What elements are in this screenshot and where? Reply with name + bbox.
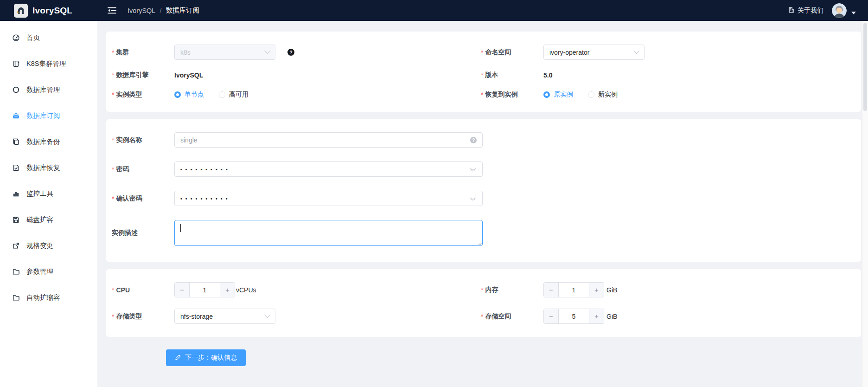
version-field: *版本 5.0 bbox=[481, 71, 850, 79]
sidebar-item-db-manage[interactable]: 数据库管理 bbox=[0, 77, 97, 103]
sidebar-item-home[interactable]: 首页 bbox=[0, 25, 97, 51]
password-input[interactable] bbox=[180, 167, 466, 172]
sidebar-item-db-backup[interactable]: 数据库备份 bbox=[0, 129, 97, 155]
user-menu-caret-icon[interactable] bbox=[851, 12, 856, 14]
radio-high-availability[interactable]: 高可用 bbox=[219, 90, 249, 99]
description-textarea[interactable] bbox=[174, 220, 483, 246]
instance-name-field: *实例名称 ? bbox=[112, 132, 850, 148]
storage-size-field: *存储空间 − 5 + GiB bbox=[481, 309, 850, 324]
breadcrumb-current: 数据库订阅 bbox=[166, 6, 199, 15]
breadcrumb-separator: / bbox=[160, 7, 161, 14]
copy-icon bbox=[12, 137, 20, 146]
resource-card: *CPU − 1 + vCPUs *内存 bbox=[106, 269, 861, 337]
plus-button[interactable]: + bbox=[220, 283, 235, 297]
scrollbar-thumb[interactable] bbox=[863, 23, 867, 111]
sidebar-item-disk-expand[interactable]: 磁盘扩容 bbox=[0, 206, 97, 232]
sidebar-item-monitor-tools[interactable]: 监控工具 bbox=[0, 181, 97, 206]
namespace-field: *命名空间 ivory-operator bbox=[481, 45, 850, 60]
cpu-value[interactable]: 1 bbox=[189, 283, 220, 297]
top-header: IvorySQL IvorySQL / 数据库订阅 bbox=[0, 0, 868, 21]
radio-new-instance[interactable]: 新实例 bbox=[588, 90, 618, 99]
disk-icon bbox=[12, 215, 20, 224]
cpu-label: CPU bbox=[116, 286, 130, 294]
sidebar-item-label: 磁盘扩容 bbox=[26, 215, 53, 224]
sidebar-fold-icon[interactable] bbox=[108, 7, 116, 14]
header-right: 关于我们 bbox=[788, 3, 868, 18]
sidebar: 首页 K8S集群管理 数据库管理 bbox=[0, 21, 97, 387]
required-marker: * bbox=[481, 71, 483, 79]
required-marker: * bbox=[112, 71, 114, 79]
dashboard-icon bbox=[12, 33, 20, 42]
bar-chart-icon bbox=[12, 189, 20, 198]
sidebar-item-label: 数据库恢复 bbox=[26, 163, 60, 172]
memory-field: *内存 − 1 + GiB bbox=[481, 282, 850, 297]
edit-pencil-icon bbox=[175, 354, 181, 362]
main-content: *集群 k8s ? *命名空间 ivory-operator bbox=[97, 21, 868, 387]
instance-name-help-icon[interactable]: ? bbox=[470, 137, 477, 143]
minus-button[interactable]: − bbox=[175, 283, 189, 297]
cluster-help-icon[interactable]: ? bbox=[287, 49, 294, 56]
sidebar-item-label: 参数管理 bbox=[26, 267, 53, 276]
storage-size-value[interactable]: 5 bbox=[558, 309, 589, 323]
folder-icon bbox=[12, 293, 20, 302]
radio-single-node[interactable]: 单节点 bbox=[174, 90, 204, 99]
required-marker: * bbox=[112, 91, 114, 98]
chevron-down-icon bbox=[264, 48, 270, 54]
namespace-select[interactable]: ivory-operator bbox=[543, 45, 645, 60]
sidebar-item-db-restore[interactable]: 数据库恢复 bbox=[0, 155, 97, 181]
cluster-select[interactable]: k8s bbox=[174, 45, 275, 60]
confirm-password-input[interactable] bbox=[180, 196, 466, 201]
breadcrumb: IvorySQL / 数据库订阅 bbox=[128, 6, 199, 15]
version-value: 5.0 bbox=[543, 71, 552, 79]
minus-button[interactable]: − bbox=[544, 309, 558, 323]
engine-label: 数据库引擎 bbox=[116, 71, 148, 79]
restore-to-label: 恢复到实例 bbox=[485, 90, 517, 99]
aim-icon bbox=[12, 85, 20, 94]
doc-check-icon bbox=[12, 163, 20, 172]
sidebar-item-db-subscribe[interactable]: 数据库订阅 bbox=[0, 103, 97, 129]
memory-value[interactable]: 1 bbox=[558, 283, 589, 297]
password-input-box bbox=[174, 161, 483, 177]
radio-original-instance[interactable]: 原实例 bbox=[543, 90, 573, 99]
radio-dot-icon bbox=[543, 91, 550, 98]
confirm-password-input-box bbox=[174, 191, 483, 206]
scrollbar[interactable] bbox=[862, 21, 868, 387]
sidebar-item-param-manage[interactable]: 参数管理 bbox=[0, 258, 97, 284]
plus-button[interactable]: + bbox=[589, 283, 604, 297]
sidebar-item-label: 规格变更 bbox=[26, 241, 53, 250]
storage-size-stepper: − 5 + bbox=[543, 309, 604, 324]
sidebar-item-label: 数据库备份 bbox=[26, 137, 60, 146]
about-us-link[interactable]: 关于我们 bbox=[788, 6, 823, 15]
storage-type-label: 存储类型 bbox=[116, 312, 142, 321]
cluster-field: *集群 k8s ? bbox=[112, 45, 481, 60]
required-marker: * bbox=[481, 313, 483, 320]
radio-dot-icon bbox=[588, 91, 594, 98]
namespace-label: 命名空间 bbox=[485, 48, 511, 57]
about-us-label: 关于我们 bbox=[798, 6, 823, 15]
engine-value: IvorySQL bbox=[174, 71, 203, 79]
instance-name-label: 实例名称 bbox=[116, 136, 142, 144]
next-step-button[interactable]: 下一步：确认信息 bbox=[166, 349, 246, 366]
required-marker: * bbox=[112, 166, 114, 173]
sidebar-item-k8s-cluster[interactable]: K8S集群管理 bbox=[0, 51, 97, 77]
sidebar-item-spec-change[interactable]: 规格变更 bbox=[0, 232, 97, 258]
required-marker: * bbox=[112, 49, 114, 56]
storage-type-field: *存储类型 nfs-storage bbox=[112, 309, 481, 324]
engine-field: *数据库引擎 IvorySQL bbox=[112, 71, 481, 79]
required-marker: * bbox=[481, 91, 483, 98]
chevron-down-icon bbox=[264, 312, 270, 318]
sidebar-item-auto-scale[interactable]: 自动扩缩容 bbox=[0, 284, 97, 310]
user-avatar[interactable] bbox=[832, 3, 847, 18]
minus-button[interactable]: − bbox=[544, 283, 558, 297]
eye-invisible-icon[interactable] bbox=[469, 195, 477, 202]
password-field: *密码 bbox=[112, 161, 850, 177]
required-marker: * bbox=[112, 136, 114, 144]
description-label: 实例描述 bbox=[112, 229, 138, 237]
cpu-field: *CPU − 1 + vCPUs bbox=[112, 282, 481, 297]
storage-type-select[interactable]: nfs-storage bbox=[174, 309, 275, 324]
eye-invisible-icon[interactable] bbox=[469, 166, 477, 173]
plus-button[interactable]: + bbox=[589, 309, 604, 323]
instance-name-input[interactable] bbox=[180, 136, 470, 144]
chevron-down-icon bbox=[633, 48, 639, 54]
breadcrumb-root[interactable]: IvorySQL bbox=[128, 7, 155, 14]
